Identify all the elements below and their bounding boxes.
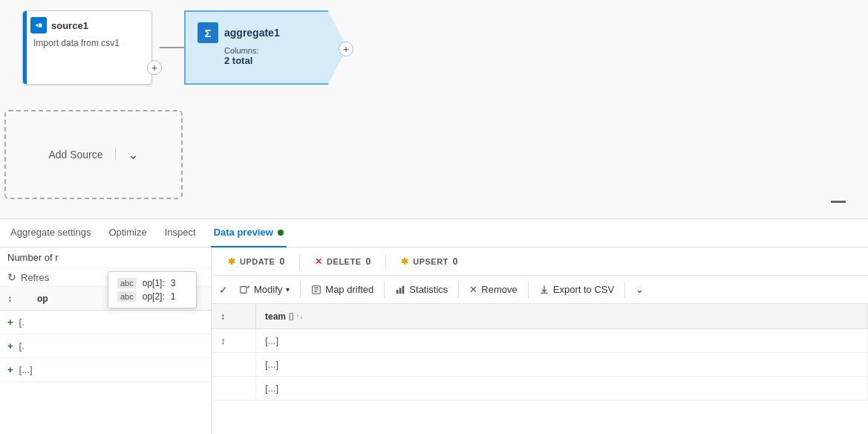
tooltip-label-1: abc (117, 278, 137, 288)
row-val-2: [. (19, 340, 25, 352)
row-val-1: [. (19, 317, 25, 328)
toolbar-divider-5 (624, 282, 625, 298)
tooltip-key-2: op[2]: (143, 291, 165, 302)
statistics-icon (395, 285, 405, 295)
dt-td-sort-2 (212, 353, 256, 376)
tab-data-preview[interactable]: Data preview (211, 219, 287, 247)
aggregate-header: Σ aggregate1 (198, 22, 331, 43)
canvas-area: source1 Import data from csv1 + Σ aggreg… (0, 0, 868, 219)
chip-divider-2 (385, 254, 386, 269)
export-csv-button[interactable]: Export to CSV (533, 281, 620, 298)
aggregate-icon: Σ (198, 22, 218, 43)
check-icon: ✓ (219, 284, 228, 296)
upsert-status-chip: ✱ UPSERT 0 (392, 254, 466, 269)
export-icon (539, 285, 549, 295)
delete-x-icon: ✕ (315, 256, 322, 267)
add-source-box[interactable]: Add Source ⌄ (4, 110, 183, 199)
dt-td-team-1: [...] (256, 329, 868, 352)
row-count-label: Number of r (7, 252, 59, 263)
table-row: + [. (0, 311, 211, 334)
dt-row-1: ↕ [...] (212, 329, 868, 353)
source-icon (30, 17, 47, 33)
dt-td-team-3: [...] (256, 377, 868, 400)
dt-td-sort-3 (212, 377, 256, 400)
tabs-row: Aggregate settings Optimize Inspect Data… (0, 219, 868, 247)
toolbar-row: ✱ UPDATE 0 ✕ DELETE 0 ✱ UPSERT 0 (212, 247, 868, 276)
left-panel: Number of r ↻ Refres ↕ op + [. (0, 247, 212, 434)
update-star-icon: ✱ (228, 256, 235, 267)
update-status-chip: ✱ UPDATE 0 (219, 254, 293, 269)
toolbar-divider-1 (300, 282, 301, 298)
bottom-panel: Aggregate settings Optimize Inspect Data… (0, 219, 868, 434)
th-op: op (37, 294, 48, 304)
chip-divider-1 (299, 254, 300, 269)
source-node-header: source1 (30, 17, 144, 33)
aggregate-node[interactable]: Σ aggregate1 Columns: 2 total + (184, 10, 347, 85)
statistics-button[interactable]: Statistics (389, 281, 454, 298)
tooltip-key-1: op[1]: (143, 278, 165, 288)
modify-icon (240, 285, 250, 295)
tooltip-label-2: abc (117, 291, 137, 302)
data-table-body: ↕ [...] [...] [...] (212, 329, 868, 434)
map-drifted-button[interactable]: Map drifted (305, 281, 379, 298)
update-label: UPDATE (240, 257, 275, 266)
tooltip-val-2: 1 (171, 291, 176, 302)
aggregate-plus-button[interactable]: + (339, 42, 353, 56)
tab-aggregate-settings[interactable]: Aggregate settings (7, 219, 94, 247)
toolbar-divider-2 (384, 282, 385, 298)
dt-th-team[interactable]: team [] ↑↓ (256, 304, 868, 328)
aggregate-title: aggregate1 (224, 27, 280, 39)
content-area: Number of r ↻ Refres ↕ op + [. (0, 247, 868, 434)
minimize-button[interactable] (831, 201, 846, 203)
source-node-subtitle: Import data from csv1 (33, 38, 144, 48)
row-count-bar: Number of r (0, 247, 211, 268)
aggregate-inner: Σ aggregate1 Columns: 2 total (184, 10, 347, 85)
tooltip-row-2: abc op[2]: 1 (117, 291, 187, 302)
add-source-chevron-icon[interactable]: ⌄ (116, 146, 139, 163)
th-sort: ↕ (7, 294, 37, 304)
remove-x-icon: ✕ (469, 284, 477, 295)
delete-count: 0 (366, 256, 371, 267)
data-table-header: ↕ team [] ↑↓ (212, 304, 868, 329)
tooltip-row-1: abc op[1]: 3 (117, 278, 187, 288)
dt-td-team-2: [...] (256, 353, 868, 376)
row-plus-2: + (7, 340, 13, 352)
th-team-sort-icon: [] ↑↓ (289, 312, 303, 320)
upsert-label: UPSERT (413, 257, 448, 266)
add-source-label: Add Source (48, 149, 115, 161)
add-source-content: Add Source ⌄ (48, 146, 138, 163)
source-node-plus[interactable]: + (147, 60, 162, 75)
toolbar-divider-4 (528, 282, 529, 298)
upsert-star-icon: ✱ (401, 256, 408, 267)
remove-button[interactable]: ✕ Remove (463, 281, 523, 298)
tab-inspect[interactable]: Inspect (162, 219, 199, 247)
source-node[interactable]: source1 Import data from csv1 + (22, 10, 152, 85)
svg-rect-6 (402, 285, 405, 294)
aggregate-columns-label: Columns: (224, 46, 331, 55)
aggregate-columns-value: 2 total (224, 55, 331, 66)
dt-row-3: [...] (212, 377, 868, 401)
refresh-icon: ↻ (7, 271, 16, 283)
update-count: 0 (279, 256, 284, 267)
more-options-button[interactable]: ⌄ (630, 281, 650, 298)
dt-td-sort-1: ↕ (212, 329, 256, 352)
svg-rect-2 (241, 286, 247, 293)
data-preview-dot (278, 230, 284, 236)
tab-optimize[interactable]: Optimize (105, 219, 149, 247)
upsert-count: 0 (453, 256, 458, 267)
source-node-title: source1 (51, 20, 88, 31)
action-toolbar-row: ✓ Modify ▾ Map drifted (212, 276, 868, 304)
toolbar-divider-3 (458, 282, 459, 298)
right-panel: ✱ UPDATE 0 ✕ DELETE 0 ✱ UPSERT 0 (212, 247, 868, 434)
dt-th-sort[interactable]: ↕ (212, 304, 256, 328)
table-row: + [...] (0, 358, 211, 382)
row-plus-3: + (7, 364, 13, 375)
modify-button[interactable]: Modify ▾ (234, 281, 296, 298)
dt-row-2: [...] (212, 353, 868, 377)
map-drifted-icon (311, 285, 322, 295)
left-table-body: + [. + [. + [...] (0, 311, 211, 434)
modify-dropdown-icon: ▾ (286, 285, 290, 294)
svg-rect-4 (397, 290, 399, 294)
refresh-label: Refres (21, 272, 49, 283)
svg-rect-1 (39, 23, 42, 27)
